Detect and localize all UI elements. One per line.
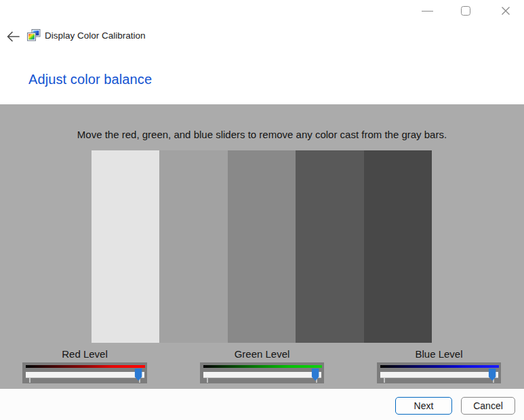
titlebar — [0, 0, 524, 22]
gray-bar-2 — [159, 150, 227, 343]
blue-gradient-strip — [380, 365, 499, 368]
back-arrow-icon[interactable] — [5, 30, 20, 43]
green-gradient-strip — [203, 365, 322, 368]
next-button[interactable]: Next — [395, 397, 452, 415]
blue-slider-thumb[interactable] — [489, 369, 496, 381]
maximize-icon — [461, 6, 470, 16]
close-button[interactable] — [490, 0, 521, 22]
red-gradient-strip — [26, 365, 145, 368]
calibration-content: Move the red, green, and blue sliders to… — [0, 104, 524, 389]
gray-bar-1 — [92, 150, 159, 343]
display-color-calibration-icon — [27, 29, 41, 41]
blue-level-label: Blue Level — [377, 348, 501, 361]
blue-slider-track[interactable] — [380, 372, 498, 378]
red-slider — [22, 362, 147, 383]
green-level-label: Green Level — [200, 348, 324, 361]
blue-tick-min — [384, 378, 385, 383]
gray-bar-3 — [228, 150, 296, 343]
nav-row: Display Color Calibration — [0, 28, 524, 46]
red-slider-group: Red Level — [22, 348, 147, 383]
gray-bars — [92, 150, 432, 343]
gray-bar-5 — [364, 150, 432, 343]
red-slider-thumb[interactable] — [135, 369, 142, 381]
green-tick-min — [207, 378, 208, 383]
app-title: Display Color Calibration — [45, 30, 146, 42]
page-title: Adjust color balance — [28, 72, 152, 87]
green-slider-group: Green Level — [200, 348, 324, 383]
blue-slider — [377, 362, 501, 383]
close-icon — [500, 5, 511, 16]
footer-bar: Next Cancel — [0, 389, 524, 420]
gray-bar-4 — [296, 150, 363, 343]
red-level-label: Red Level — [22, 348, 147, 361]
red-tick-min — [29, 378, 31, 383]
maximize-button[interactable] — [450, 0, 481, 22]
minimize-button[interactable] — [411, 0, 443, 22]
green-slider-track[interactable] — [203, 372, 321, 378]
minimize-icon — [422, 11, 433, 12]
green-slider-thumb[interactable] — [312, 369, 319, 381]
blue-slider-group: Blue Level — [377, 348, 501, 383]
cancel-button[interactable]: Cancel — [461, 397, 515, 415]
instruction-text: Move the red, green, and blue sliders to… — [0, 129, 524, 140]
green-slider — [200, 362, 324, 383]
red-slider-track[interactable] — [26, 372, 144, 378]
